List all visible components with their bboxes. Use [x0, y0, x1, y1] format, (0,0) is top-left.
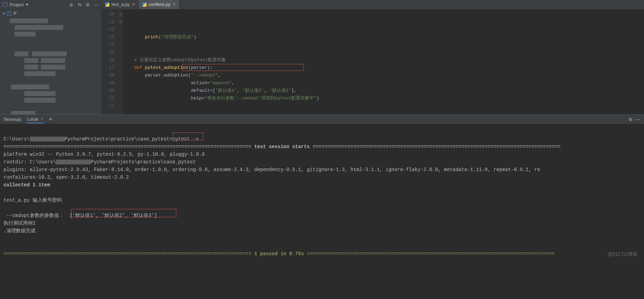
project-title: Project: [10, 2, 24, 7]
folder-icon: [7, 11, 11, 16]
tab-conftest-py[interactable]: conftest.py✕: [139, 0, 179, 9]
close-icon[interactable]: ✕: [173, 2, 176, 7]
terminal-header: Terminal: Local ✕ + ⚙ —: [0, 114, 644, 124]
terminal-title: Terminal:: [3, 117, 22, 122]
chevron-down-icon: [26, 4, 28, 6]
tab-test_a-py[interactable]: test_a.py✕: [102, 0, 139, 9]
line-gutter: 10111213141516171819202122: [102, 9, 118, 114]
terminal-add-button[interactable]: +: [49, 116, 53, 122]
code-highlight-box: [182, 64, 304, 71]
fold-column[interactable]: ⊖⊖: [118, 9, 123, 114]
collapse-icon[interactable]: —: [636, 117, 641, 122]
project-sidebar-header: Project ⊕ ⇆ ⚙ —: [0, 0, 102, 9]
project-tree-items: [0, 18, 101, 114]
terminal-output-highlight: [71, 209, 176, 217]
close-icon[interactable]: ✕: [40, 117, 43, 121]
project-tree[interactable]: ▾ P: [0, 9, 102, 114]
collapse-icon[interactable]: —: [94, 2, 99, 7]
project-root-item[interactable]: ▾ P: [0, 9, 101, 17]
close-icon[interactable]: ✕: [132, 2, 135, 7]
rootdir-line: rootdir: C:\Users\PycharmProjects\practi…: [3, 159, 196, 165]
locate-icon[interactable]: ⊕: [69, 2, 74, 7]
session-banner: ========================================…: [3, 144, 561, 150]
terminal-tab-label: Local: [27, 116, 38, 122]
project-dropdown[interactable]: Project: [3, 2, 67, 7]
gear-icon[interactable]: ⚙: [628, 117, 633, 122]
gear-icon[interactable]: ⚙: [85, 2, 90, 7]
test-output-line: test_a.py 输入账号密码: [3, 197, 62, 203]
chevron-down-icon: ▾: [3, 11, 5, 15]
terminal-output[interactable]: C:\Users\PycharmProjects\practice\case_p…: [0, 124, 644, 299]
tab-label: conftest.py: [149, 2, 170, 7]
code-area[interactable]: print("清理数据完成") # 注册自定义参数cmdopt到pytest配置…: [123, 9, 644, 114]
expand-icon[interactable]: ⇆: [77, 2, 82, 7]
exec-line: 执行测试用例1: [3, 220, 35, 226]
platform-line: platform win32 -- Python 3.9.7, pytest-6…: [3, 152, 205, 157]
code-editor[interactable]: 10111213141516171819202122 ⊖⊖ print("清理数…: [102, 9, 644, 114]
python-file-icon: [142, 2, 147, 7]
project-icon: [3, 2, 8, 7]
cleanup-line: .清理数据完成: [3, 228, 35, 234]
python-file-icon: [105, 2, 109, 7]
terminal-command-highlight: [173, 132, 203, 140]
tab-label: test_a.py: [111, 2, 130, 7]
collected-line: collected 1 item: [3, 182, 50, 188]
project-root-label: P: [14, 11, 17, 16]
pass-banner: ========================================…: [3, 251, 555, 257]
editor-tabs: test_a.py✕conftest.py✕: [102, 0, 644, 9]
plugins-line-2: runfailures-10.2, spec-3.2.0, timeout-2.…: [3, 175, 129, 180]
terminal-prompt: C:\Users\PycharmProjects\practice\case_p…: [3, 136, 172, 142]
watermark: @51CTO博客: [608, 250, 638, 258]
plugins-line: plugins: allure-pytest-2.9.43, Faker-8.1…: [3, 167, 540, 172]
terminal-tab-local[interactable]: Local ✕: [27, 115, 44, 123]
